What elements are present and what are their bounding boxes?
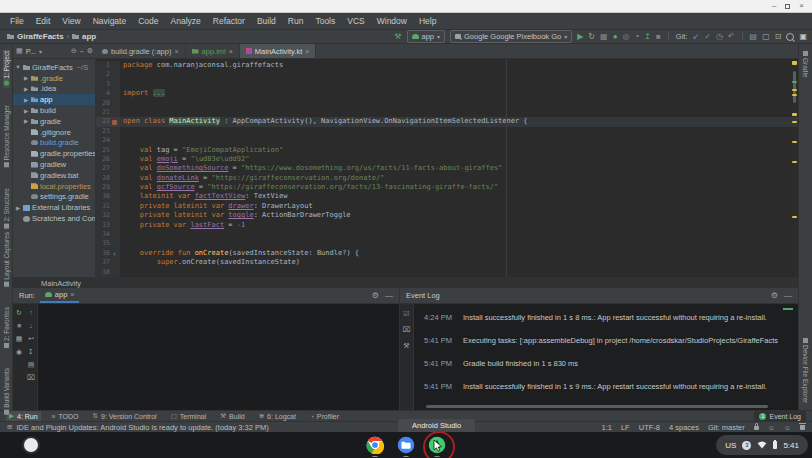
status-git-master[interactable]: Git: master: [708, 423, 745, 432]
breadcrumb-project[interactable]: GiraffeFacts: [17, 32, 64, 41]
menu-code[interactable]: Code: [132, 16, 164, 26]
git-commit-icon[interactable]: ✓: [704, 32, 711, 41]
chrome-shelf-icon[interactable]: [366, 436, 384, 454]
clear-log-icon[interactable]: ⌧: [402, 326, 410, 333]
tool-button-6-logcat[interactable]: ≣6: Logcat: [256, 411, 299, 421]
tool-button-build[interactable]: ⚒Build: [217, 411, 247, 421]
tab-app-iml[interactable]: app.iml×: [186, 44, 240, 58]
apply-changes-icon[interactable]: ▦: [600, 32, 608, 41]
window-icon[interactable]: ▣: [799, 32, 807, 41]
git-rollback-icon[interactable]: ↶: [728, 32, 735, 41]
menu-run[interactable]: Run: [282, 16, 310, 26]
gear-icon[interactable]: ⚙: [771, 291, 778, 300]
print-icon[interactable]: ▤: [28, 361, 35, 368]
down-stack-icon[interactable]: ↓: [29, 322, 33, 329]
expand-arrow-icon[interactable]: ▼: [15, 64, 21, 70]
minimize-panel-icon[interactable]: —: [784, 291, 792, 300]
tool-stripe-2-structure[interactable]: 2: Structure: [3, 186, 10, 231]
stop-icon[interactable]: ■: [17, 322, 21, 329]
tab-mainactivity-kt[interactable]: MainActivity.kt×: [240, 44, 316, 58]
restore-icon[interactable]: [785, 4, 790, 9]
editor-breadcrumb[interactable]: MainActivity: [41, 279, 81, 288]
project-tree[interactable]: ▼GiraffeFacts~/S▶.gradle▶.idea▶app▶build…: [13, 59, 96, 277]
status-utf-8[interactable]: UTF-8: [639, 423, 660, 432]
avd-manager-icon[interactable]: ▢: [762, 32, 770, 41]
tool-stripe-layout-captures[interactable]: Layout Captures: [3, 230, 10, 289]
status-message-area[interactable]: ⊞ IDE and Plugin Updates: Android Studio…: [7, 423, 269, 432]
status-lf[interactable]: LF: [621, 423, 630, 432]
tree-item-settings-gradle[interactable]: settings.gradle: [13, 192, 95, 203]
tree-item-gradlew-bat[interactable]: gradlew.bat: [13, 170, 95, 181]
tree-item-giraffefacts[interactable]: ▼GiraffeFacts~/S: [13, 62, 95, 73]
soft-wrap-icon[interactable]: ↩: [28, 335, 34, 342]
pin-icon[interactable]: ◉: [16, 348, 22, 355]
collapse-all-icon[interactable]: ÷: [80, 48, 84, 55]
tree-item-build-gradle[interactable]: build.gradle: [13, 138, 95, 149]
tool-stripe-gradle[interactable]: Gradle: [802, 49, 809, 80]
scroll-end-icon[interactable]: ↧: [28, 348, 34, 355]
git-update-icon[interactable]: ↙: [693, 32, 700, 41]
up-stack-icon[interactable]: ↑: [29, 309, 33, 316]
close-icon[interactable]: ×: [229, 48, 233, 55]
menu-edit[interactable]: Edit: [30, 16, 57, 26]
editor-scrollbar[interactable]: [793, 71, 796, 103]
tab-build-gradle-app[interactable]: build.gradle (:app)×: [96, 44, 186, 58]
profile-android-icon[interactable]: ↥: [644, 32, 651, 41]
menu-view[interactable]: View: [56, 16, 86, 26]
rerun-icon[interactable]: ↻: [16, 309, 22, 316]
event-log-button[interactable]: 1Event Log: [754, 411, 806, 421]
menu-vcs[interactable]: VCS: [341, 16, 370, 26]
tree-item-idea[interactable]: ▶.idea: [13, 84, 95, 95]
run-config-selector[interactable]: app ▾: [407, 30, 446, 43]
notifications-icon[interactable]: [800, 425, 805, 430]
menu-analyze[interactable]: Analyze: [165, 16, 207, 26]
lock-icon[interactable]: [754, 426, 759, 430]
tree-item-external-libraries[interactable]: ▶External Libraries: [13, 202, 95, 213]
log-settings-icon[interactable]: ⚒: [403, 342, 409, 349]
project-view-selector[interactable]: P...: [26, 47, 36, 56]
close-icon[interactable]: ×: [70, 291, 74, 298]
tool-button-terminal[interactable]: ▢Terminal: [168, 411, 210, 421]
code-editor[interactable]: 1package com.naranjaconsal.giraffefacts2…: [96, 59, 798, 277]
git-history-icon[interactable]: ◷: [716, 32, 723, 41]
minimize-panel-icon[interactable]: —: [385, 291, 393, 300]
rerun-icon[interactable]: ↻: [588, 32, 595, 41]
expand-arrow-icon[interactable]: ▶: [15, 205, 21, 211]
tool-button-profiler[interactable]: ◔Profiler: [307, 411, 342, 421]
expand-arrow-icon[interactable]: ▶: [23, 118, 29, 124]
tool-button-4-run[interactable]: ▶4: Run: [6, 411, 41, 421]
menu-build[interactable]: Build: [251, 16, 282, 26]
minimize-icon[interactable]: –: [772, 2, 776, 10]
status-4-spaces[interactable]: 4 spaces: [669, 423, 699, 432]
event-log-content[interactable]: 4:24 PMInstall successfully finished in …: [414, 304, 798, 410]
device-selector[interactable]: Google Google Pixelbook Go ▾: [450, 30, 572, 43]
close-icon[interactable]: ×: [174, 48, 178, 55]
tool-stripe-device-file-explorer[interactable]: Device File Explorer: [802, 336, 809, 405]
attach-debugger-icon[interactable]: ◎: [622, 32, 629, 41]
shelf-status-area[interactable]: US 3 5:41: [716, 435, 808, 455]
tree-item-gradle[interactable]: ▶gradle: [13, 116, 95, 127]
menu-file[interactable]: File: [4, 16, 30, 26]
clear-all-icon[interactable]: ⌧: [27, 374, 35, 381]
tree-item-gradle-properties[interactable]: gradle.properties: [13, 148, 95, 159]
tool-stripe-resource-manager[interactable]: Resource Manager: [3, 103, 10, 169]
build-hammer-icon[interactable]: ⚒: [394, 32, 401, 41]
tree-item-build[interactable]: ▶build: [13, 105, 95, 116]
tool-button-9-version-control[interactable]: ⇅9: Version Control: [90, 411, 160, 421]
profile-icon[interactable]: ◔: [634, 32, 639, 41]
tool-stripe-build-variants[interactable]: Build Variants: [3, 366, 10, 417]
run-console[interactable]: [38, 304, 399, 410]
tree-item-local-properties[interactable]: local.properties: [13, 181, 95, 192]
status-1-1[interactable]: 1:1: [602, 423, 612, 432]
tool-stripe-2-favorites[interactable]: 2: Favorites: [3, 305, 10, 350]
tree-item-scratches-and-consoles[interactable]: Scratches and Consoles: [13, 213, 95, 224]
horizontal-scrollbar[interactable]: [426, 405, 768, 408]
gear-icon[interactable]: ⚙: [372, 291, 379, 300]
menu-refactor[interactable]: Refactor: [207, 16, 251, 26]
mark-read-icon[interactable]: ☑: [403, 310, 409, 317]
expand-arrow-icon[interactable]: ▶: [23, 75, 29, 81]
tree-item-gradle[interactable]: ▶.gradle: [13, 73, 95, 84]
close-icon[interactable]: ×: [799, 2, 804, 10]
breadcrumb-module[interactable]: app: [82, 32, 96, 41]
menu-window[interactable]: Window: [371, 16, 413, 26]
